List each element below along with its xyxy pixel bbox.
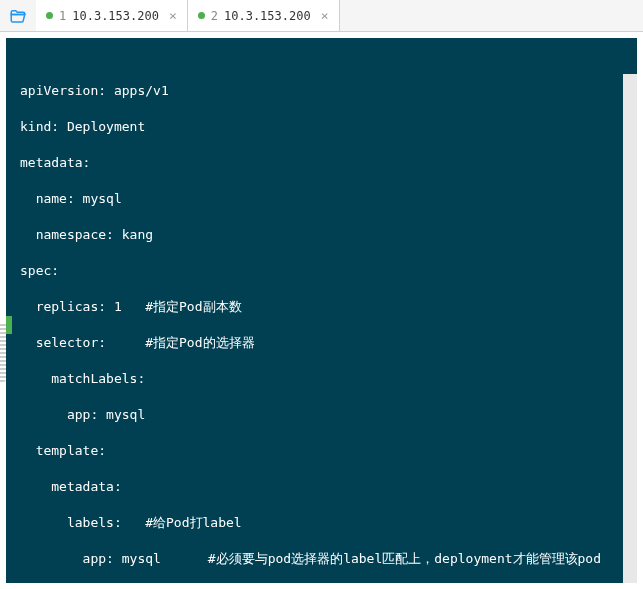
tab-index: 2: [211, 9, 218, 23]
code-line: name: mysql: [20, 190, 637, 208]
close-icon[interactable]: ×: [169, 8, 177, 23]
modified-dot-icon: [46, 12, 53, 19]
tab-1[interactable]: 1 10.3.153.200 ×: [36, 0, 188, 31]
code-line: selector: #指定Pod的选择器: [20, 334, 637, 352]
code-line: matchLabels:: [20, 370, 637, 388]
code-line: app: mysql: [20, 406, 637, 424]
code-line: kind: Deployment: [20, 118, 637, 136]
modified-dot-icon: [198, 12, 205, 19]
close-icon[interactable]: ×: [321, 8, 329, 23]
code-editor[interactable]: apiVersion: apps/v1 kind: Deployment met…: [6, 38, 637, 583]
code-line: namespace: kang: [20, 226, 637, 244]
tab-label: 10.3.153.200: [72, 9, 159, 23]
code-line: app: mysql #必须要与pod选择器的label匹配上，deployme…: [20, 550, 637, 568]
code-line: replicas: 1 #指定Pod副本数: [20, 298, 637, 316]
tab-2[interactable]: 2 10.3.153.200 ×: [188, 0, 340, 31]
tab-bar: 1 10.3.153.200 × 2 10.3.153.200 ×: [0, 0, 643, 32]
code-line: metadata:: [20, 478, 637, 496]
folder-open-icon[interactable]: [0, 0, 36, 31]
code-line: labels: #给Pod打label: [20, 514, 637, 532]
editor-wrap: apiVersion: apps/v1 kind: Deployment met…: [0, 32, 643, 589]
code-line: metadata:: [20, 154, 637, 172]
gutter-mark: [6, 316, 12, 334]
vertical-scrollbar[interactable]: [623, 74, 637, 583]
code-line: template:: [20, 442, 637, 460]
tab-label: 10.3.153.200: [224, 9, 311, 23]
code-line: apiVersion: apps/v1: [20, 82, 637, 100]
tab-index: 1: [59, 9, 66, 23]
code-line: spec:: [20, 262, 637, 280]
